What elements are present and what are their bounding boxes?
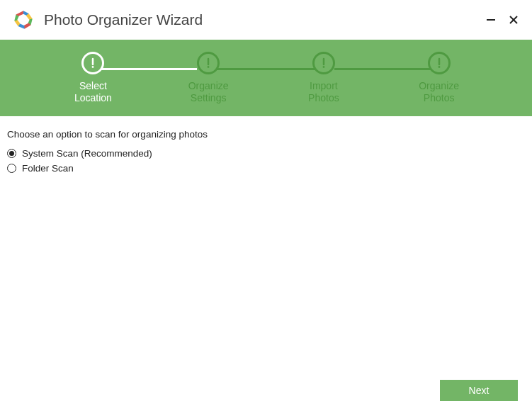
close-button[interactable]: [502, 9, 525, 31]
page-title: Photo Organizer Wizard: [44, 11, 480, 28]
step-label: Select Location: [74, 80, 112, 105]
scan-prompt: Choose an option to scan for organizing …: [7, 129, 525, 140]
exclamation-icon: [428, 52, 451, 74]
radio-folder-scan[interactable]: Folder Scan: [7, 163, 525, 174]
exclamation-icon: [197, 52, 220, 74]
step-organize-photos: Organize Photos: [397, 52, 482, 105]
titlebar: Photo Organizer Wizard: [0, 0, 532, 40]
radio-icon: [7, 149, 16, 158]
step-label: Organize Photos: [419, 80, 459, 105]
app-logo-icon: [13, 9, 34, 30]
minimize-button[interactable]: [480, 9, 502, 31]
step-select-location: Select Location: [50, 52, 135, 105]
close-icon: [509, 15, 519, 25]
step-label: Import Photos: [308, 80, 339, 105]
svg-point-6: [208, 66, 210, 68]
svg-point-8: [322, 66, 324, 68]
next-button[interactable]: Next: [440, 380, 518, 401]
exclamation-icon: [81, 52, 104, 74]
wizard-stepper: Select Location Organize Settings Import…: [0, 40, 532, 116]
exclamation-icon: [312, 52, 335, 74]
svg-point-10: [438, 66, 440, 68]
svg-point-4: [92, 66, 94, 68]
radio-label: Folder Scan: [22, 163, 74, 174]
minimize-icon: [486, 15, 496, 25]
radio-icon: [7, 164, 16, 173]
step-import-photos: Import Photos: [281, 52, 366, 105]
step-label: Organize Settings: [188, 80, 229, 105]
radio-label: System Scan (Recommended): [22, 148, 152, 159]
radio-system-scan[interactable]: System Scan (Recommended): [7, 148, 525, 159]
step-organize-settings: Organize Settings: [166, 52, 251, 105]
content-area: Choose an option to scan for organizing …: [0, 116, 532, 191]
